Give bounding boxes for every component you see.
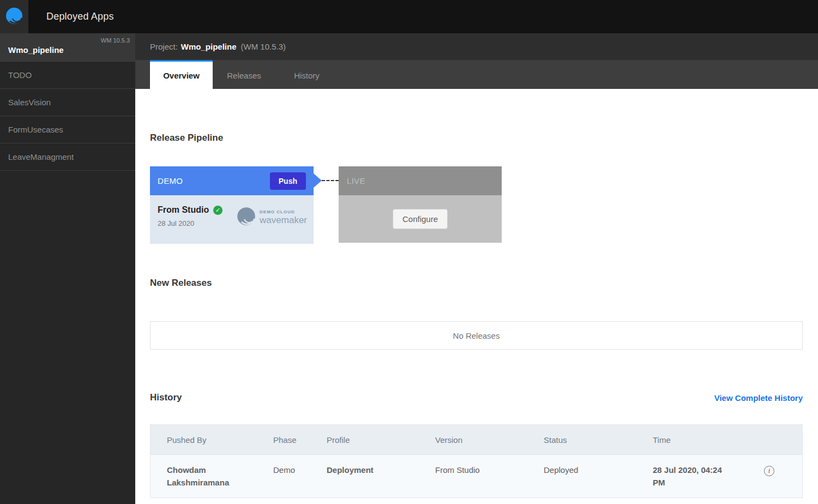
logo-tagline: DEMO CLOUD	[260, 210, 307, 214]
row-phase: Demo	[273, 464, 327, 477]
pipeline-connector	[314, 166, 339, 244]
row-status: Deployed	[544, 464, 653, 477]
col-pushed-by: Pushed By	[167, 435, 273, 445]
col-profile: Profile	[327, 435, 435, 445]
row-pushed-by: Chowdam Lakshmiramana	[167, 464, 273, 489]
tab-history[interactable]: History	[275, 60, 338, 89]
tab-releases[interactable]: Releases	[213, 60, 275, 89]
tab-bar: Overview Releases History	[135, 60, 818, 89]
wavemaker-wave-icon	[236, 206, 256, 229]
sidebar-item-label: SalesVision	[8, 98, 51, 107]
sidebar-item-todo[interactable]: TODO	[0, 62, 135, 89]
history-table: Pushed By Phase Profile Version Status T…	[150, 424, 803, 498]
no-releases-message: No Releases	[453, 331, 500, 340]
success-check-icon: ✓	[213, 206, 222, 215]
configure-button[interactable]: Configure	[393, 209, 448, 229]
col-status: Status	[544, 435, 653, 445]
sidebar-item-formusecases[interactable]: FormUsecases	[0, 116, 135, 143]
new-releases-heading: New Releases	[150, 278, 803, 289]
project-name: Wmo_pipeline	[181, 42, 237, 51]
tab-overview[interactable]: Overview	[150, 60, 213, 89]
view-complete-history-link[interactable]: View Complete History	[714, 393, 803, 403]
sidebar-item-version: WM 10.5.3	[101, 37, 130, 44]
history-table-header: Pushed By Phase Profile Version Status T…	[151, 425, 802, 455]
sidebar-item-label: FormUsecases	[8, 125, 63, 134]
row-time: 28 Jul 2020, 04:24 PM	[653, 464, 764, 489]
demo-card-body: From Studio ✓ 28 Jul 2020	[150, 195, 314, 244]
pipeline-arrow-icon	[314, 173, 322, 188]
sidebar-item-label: TODO	[8, 70, 32, 80]
logo-brand: wavemaker	[260, 215, 307, 225]
sidebar-item-label: LeaveManagment	[8, 152, 74, 161]
project-header: Project: Wmo_pipeline (WM 10.5.3)	[135, 33, 818, 60]
app-title: Deployed Apps	[46, 0, 114, 33]
demo-cloud-wavemaker-logo: DEMO CLOUD wavemaker	[236, 206, 307, 229]
sidebar-item-leavemanagment[interactable]: LeaveManagment	[0, 143, 135, 171]
project-version: (WM 10.5.3)	[241, 42, 286, 51]
demo-source-label: From Studio	[158, 205, 209, 215]
project-label: Project:	[150, 42, 178, 51]
history-heading: History	[150, 392, 182, 403]
row-profile-link[interactable]: Deployment	[327, 464, 435, 477]
demo-phase-card: DEMO Push From Studio ✓ 28 Jul 2020	[150, 166, 314, 244]
live-card-body: Configure	[339, 195, 502, 243]
sidebar-item-salesvision[interactable]: SalesVision	[0, 89, 135, 116]
col-version: Version	[435, 435, 544, 445]
no-releases-box: No Releases	[150, 321, 803, 350]
sidebar-item-wmo-pipeline[interactable]: WM 10.5.3 Wmo_pipeline	[0, 33, 135, 62]
overview-panel: Release Pipeline DEMO Push From Studio ✓…	[135, 89, 818, 504]
demo-card-header: DEMO Push	[150, 166, 314, 195]
row-version: From Studio	[435, 464, 544, 477]
live-card-header: LIVE	[339, 166, 502, 195]
project-sidebar: WM 10.5.3 Wmo_pipeline TODO SalesVision …	[0, 33, 135, 504]
history-table-row: Chowdam Lakshmiramana Demo Deployment Fr…	[151, 455, 802, 497]
demo-phase-label: DEMO	[158, 176, 183, 185]
col-time: Time	[653, 435, 764, 445]
release-pipeline-heading: Release Pipeline	[150, 133, 803, 143]
top-bar: Deployed Apps	[0, 0, 818, 33]
info-icon[interactable]: i	[764, 466, 774, 476]
wavemaker-logo-icon	[5, 7, 23, 27]
col-phase: Phase	[273, 435, 327, 445]
sidebar-item-label: Wmo_pipeline	[8, 45, 64, 55]
wavemaker-logo-box	[0, 0, 28, 33]
push-button[interactable]: Push	[270, 172, 306, 190]
live-phase-label: LIVE	[347, 176, 365, 185]
live-phase-card: LIVE Configure	[339, 166, 502, 244]
pipeline-dashed-line	[322, 180, 339, 181]
release-pipeline: DEMO Push From Studio ✓ 28 Jul 2020	[150, 166, 803, 244]
